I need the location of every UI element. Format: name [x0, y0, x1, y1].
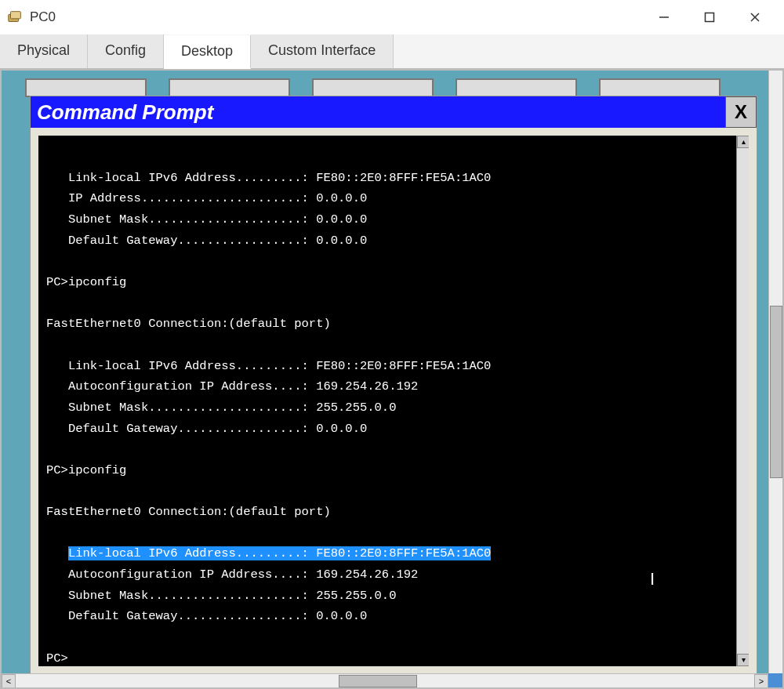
scrollbar-thumb[interactable]	[770, 306, 782, 478]
command-prompt-titlebar[interactable]: Command Prompt X	[31, 96, 757, 128]
tab-physical[interactable]: Physical	[0, 34, 88, 68]
app-icon	[6, 9, 24, 26]
tab-desktop[interactable]: Desktop	[164, 35, 251, 69]
desktop-icon[interactable]	[25, 78, 147, 97]
window-title: PC0	[30, 9, 641, 25]
tabs: Physical Config Desktop Custom Interface	[0, 34, 784, 69]
close-button[interactable]	[732, 2, 778, 32]
minimize-button[interactable]	[641, 2, 687, 32]
command-prompt-window: Command Prompt X Link-local IPv6 Address…	[30, 96, 757, 675]
scroll-right-icon[interactable]: >	[754, 674, 768, 688]
outer-horizontal-scrollbar[interactable]: < >	[2, 673, 782, 687]
svg-rect-3	[706, 13, 714, 22]
desktop-icon[interactable]	[456, 78, 577, 97]
scroll-left-icon[interactable]: <	[2, 674, 16, 688]
scroll-down-icon[interactable]: ▾	[737, 654, 749, 666]
terminal-scrollbar[interactable]: ▴ ▾	[736, 136, 749, 666]
command-prompt-title: Command Prompt	[37, 100, 725, 125]
titlebar: PC0	[0, 0, 784, 34]
outer-vertical-scrollbar[interactable]	[768, 71, 782, 675]
scroll-up-icon[interactable]: ▴	[737, 136, 749, 148]
terminal-wrapper: Link-local IPv6 Address.........: FE80::…	[38, 136, 749, 666]
scrollbar-corner	[768, 673, 782, 687]
svg-rect-1	[11, 12, 21, 19]
tab-config[interactable]: Config	[88, 34, 164, 68]
scrollbar-thumb[interactable]	[339, 675, 417, 687]
command-prompt-close-button[interactable]: X	[725, 96, 757, 128]
tab-custom-interface[interactable]: Custom Interface	[251, 34, 394, 68]
desktop-icon[interactable]	[599, 78, 720, 97]
desktop-content: Command Prompt X Link-local IPv6 Address…	[0, 69, 784, 689]
desktop-icon[interactable]	[312, 78, 434, 97]
text-cursor-icon: I	[650, 569, 655, 589]
terminal-output[interactable]: Link-local IPv6 Address.........: FE80::…	[38, 136, 736, 666]
desktop-icon[interactable]	[169, 78, 290, 97]
window-controls	[641, 2, 778, 32]
main-window: PC0 Physical Config Desktop Custom Inter…	[0, 0, 784, 689]
maximize-button[interactable]	[687, 2, 732, 32]
